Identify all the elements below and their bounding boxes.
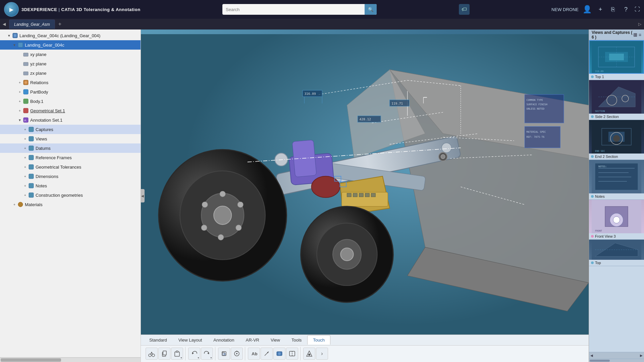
svg-rect-14: [29, 136, 34, 141]
view-label-text-front3: Front View 3: [595, 234, 616, 238]
views-header-icons: ⊞ ≡: [633, 32, 641, 38]
undo-button[interactable]: ▼: [188, 348, 200, 360]
add-icon[interactable]: +: [596, 6, 605, 13]
tree-item-views[interactable]: + Views: [0, 134, 141, 143]
arrow-button[interactable]: [261, 348, 273, 360]
user-avatar[interactable]: 👤: [583, 5, 592, 14]
right-panel: Views and Captures ( 6 ) ⊞ ≡: [589, 29, 644, 362]
tree-container[interactable]: ▼ Landing_Gear_004c (Landing_Gear_004) ▼…: [0, 29, 141, 357]
tree-item-datums[interactable]: + Datums: [0, 143, 141, 153]
tree-expand-icon: ▼: [7, 33, 11, 38]
toolbar-tab-touch[interactable]: Touch: [307, 335, 330, 345]
tree-item-xyplane[interactable]: xy plane: [0, 50, 141, 59]
svg-point-139: [613, 217, 620, 223]
datums-icon: [28, 145, 34, 151]
tree-item-geoseq[interactable]: + Geometrical Set.1: [0, 106, 141, 115]
svg-point-42: [236, 225, 241, 231]
view-label-last: Top: [589, 260, 644, 266]
sidebar-collapse-button[interactable]: ◀: [3, 22, 6, 26]
user-label[interactable]: NEW DRONE: [551, 7, 579, 12]
toolbar-tab-viewlayout[interactable]: View Layout: [173, 335, 208, 345]
rotate-button[interactable]: [231, 348, 243, 360]
toolbar-tab-view[interactable]: View: [265, 335, 286, 345]
svg-rect-3: [23, 53, 28, 56]
panel-collapse-right[interactable]: ▷: [638, 22, 641, 26]
search-icon: 🔍: [368, 7, 374, 12]
tree-item-partbody[interactable]: + PartBody: [0, 87, 141, 97]
materials-icon: [17, 201, 23, 207]
viewport-3d[interactable]: 316.09 119.71 428.12 COMMON TYPE SURFACE…: [141, 29, 589, 362]
toolbar-tab-annotation[interactable]: Annotation: [208, 335, 240, 345]
fullscreen-icon[interactable]: ⛶: [635, 6, 640, 12]
tree-item-materials[interactable]: + Materials: [0, 200, 141, 209]
tree-item-annotset[interactable]: ▼ A Annotation Set.1: [0, 115, 141, 125]
tree-label-captures: Captures: [36, 127, 53, 132]
views-scrollbar-thumb[interactable]: [590, 360, 610, 362]
views-scrollbar[interactable]: [589, 359, 644, 362]
search-button[interactable]: 🔍: [365, 4, 377, 15]
toolbar-tab-standard[interactable]: Standard: [144, 335, 173, 345]
tree-item-captures[interactable]: + Captures: [0, 125, 141, 134]
view-thumb-top1[interactable]: 316.09 Top 1: [589, 40, 644, 80]
move-button[interactable]: LB RA: [218, 348, 230, 360]
tree-expand-icon: +: [17, 108, 22, 113]
left-panel: ▼ Landing_Gear_004c (Landing_Gear_004) ▼…: [0, 29, 141, 362]
svg-text:END SEC: END SEC: [595, 150, 605, 153]
help-icon[interactable]: ?: [621, 6, 631, 13]
scroll-right-arrow[interactable]: ▶: [640, 354, 643, 357]
tree-item-constgeo[interactable]: + Construction geometries: [0, 190, 141, 200]
paste-button[interactable]: ▼: [171, 348, 183, 360]
view-image-top1: 316.09: [589, 40, 644, 74]
toolbar-tab-arvr[interactable]: AR-VR: [240, 335, 265, 345]
tree-item-body1[interactable]: + Body.1: [0, 97, 141, 106]
svg-rect-13: [29, 127, 34, 132]
tree-label-geotol: Geometrical Tolerances: [36, 165, 81, 170]
tree-item-dimensions[interactable]: + Dimensions: [0, 172, 141, 181]
tree-item-relations[interactable]: + Relations: [0, 78, 141, 87]
transform2-button[interactable]: [303, 348, 315, 360]
share-icon[interactable]: ⎘: [608, 6, 618, 13]
tree-expand-icon: +: [17, 99, 22, 104]
tag-icon[interactable]: 🏷: [459, 4, 470, 15]
logo-area: ▶ 3DEXPERIENCE | CATIA 3D Tolerancing & …: [4, 2, 141, 17]
view-thumb-front3[interactable]: FRONT Front View 3: [589, 200, 644, 240]
assembly-icon: [12, 33, 18, 39]
scroll-left-arrow[interactable]: ◀: [590, 354, 593, 357]
tab-add-button[interactable]: +: [56, 21, 63, 27]
svg-rect-1: [14, 34, 16, 37]
copy-button[interactable]: [158, 348, 170, 360]
search-input[interactable]: [222, 7, 365, 12]
tree-item-notes[interactable]: + Notes: [0, 181, 141, 190]
view-thumb-end2[interactable]: END SEC End 2 Section: [589, 120, 644, 160]
toolbar-tab-tools[interactable]: Tools: [286, 335, 307, 345]
views-list[interactable]: 316.09 Top 1 SECTION: [589, 40, 644, 352]
view-thumb-last[interactable]: Top: [589, 240, 644, 266]
section-button[interactable]: [286, 348, 298, 360]
svg-rect-17: [29, 165, 34, 169]
text-button[interactable]: Abc: [248, 348, 260, 360]
panel-collapse-handle[interactable]: ◀: [141, 189, 145, 202]
tree-scrollbar-thumb[interactable]: [1, 358, 61, 362]
toolbar-buttons: ▼ ▼: [141, 346, 589, 362]
more-button[interactable]: ›: [316, 348, 328, 360]
views-list-icon[interactable]: ≡: [639, 32, 641, 38]
tree-item-child-part[interactable]: ▼ Landing_Gear_004c: [0, 40, 141, 50]
tab-landing-gear-asm[interactable]: Landing_Gear_Asm: [9, 19, 55, 29]
tree-item-geotol[interactable]: + Geometrical Tolerances: [0, 162, 141, 172]
tree-item-refframes[interactable]: + Reference Frames: [0, 153, 141, 162]
redo-button[interactable]: ▼: [201, 348, 213, 360]
cut-button[interactable]: [146, 348, 158, 360]
tree-item-yzplane[interactable]: yz plane: [0, 59, 141, 68]
tree-item-root[interactable]: ▼ Landing_Gear_004c (Landing_Gear_004): [0, 31, 141, 40]
app-logo[interactable]: ▶: [4, 2, 19, 17]
tree-label-annotset: Annotation Set.1: [30, 118, 62, 123]
view-thumb-side2[interactable]: SECTION Side 2 Section: [589, 80, 644, 120]
view-label-side2: Side 2 Section: [589, 114, 644, 120]
svg-rect-115: [609, 54, 624, 60]
views-grid-icon[interactable]: ⊞: [633, 32, 637, 38]
tree-item-zxplane[interactable]: zx plane: [0, 68, 141, 78]
view-thumb-notes[interactable]: NOTES: Notes: [589, 160, 644, 200]
tree-horizontal-scrollbar[interactable]: [0, 357, 141, 362]
view-button[interactable]: [273, 348, 285, 360]
topbar-actions: + ⎘ ?: [596, 6, 631, 13]
